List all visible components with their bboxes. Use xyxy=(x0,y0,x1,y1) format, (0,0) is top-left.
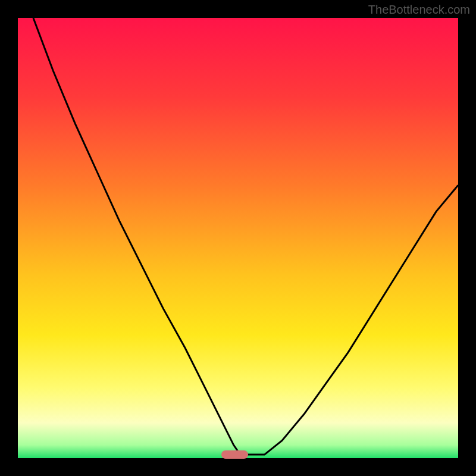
chart-frame: TheBottleneck.com xyxy=(0,0,476,476)
watermark-text: TheBottleneck.com xyxy=(368,3,470,17)
gradient-bg xyxy=(18,18,458,458)
plot-area xyxy=(18,18,458,458)
optimum-marker xyxy=(221,450,248,459)
chart-svg xyxy=(18,18,458,458)
